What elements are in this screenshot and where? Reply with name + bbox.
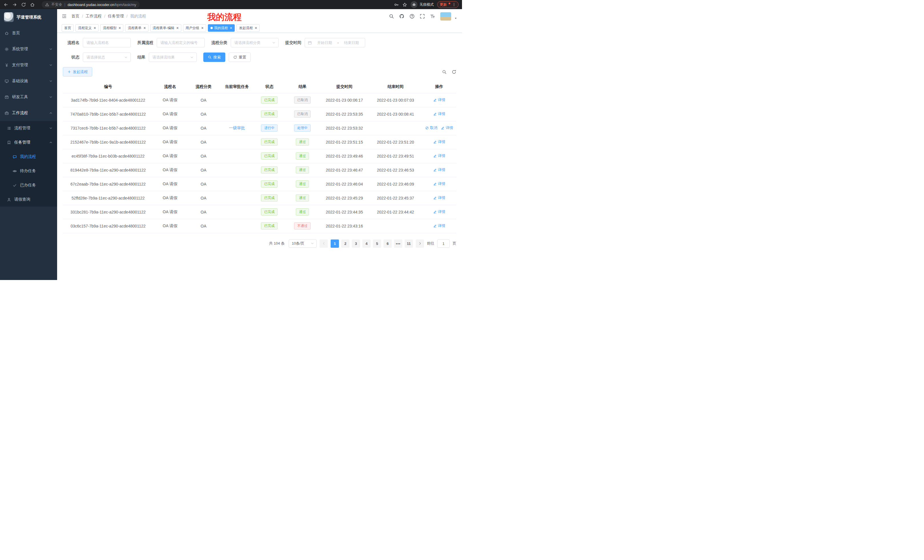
breadcrumb-item[interactable]: 首页 [71,14,80,19]
status-select[interactable]: 请选择状态 [83,52,131,62]
page-button[interactable]: 4 [362,240,370,248]
detail-action-link[interactable]: 详情 [433,181,446,186]
sidebar-item-system[interactable]: 系统管理 [0,41,57,57]
page-button[interactable]: 11 [405,240,413,248]
cell-id: 03c6c157-7b9a-11ec-a290-acde48001122 [63,219,153,233]
sidebar-item-process-mgmt[interactable]: 流程管理 [0,121,57,135]
bookmark-star-icon[interactable] [402,2,407,7]
page-size-select[interactable]: 10条/页 [289,240,316,248]
eye-icon [13,169,17,173]
close-icon[interactable]: × [255,26,257,30]
tab-process-form-edit[interactable]: 流程表单-编辑× [150,24,182,32]
sidebar-item-done-task[interactable]: 已办任务 [0,178,57,192]
detail-action-link[interactable]: 详情 [433,97,446,102]
address-bar[interactable]: 不安全 | dashboard.yudao.iocoder.cn /bpm/ta… [42,1,140,8]
avatar-caret-icon[interactable] [454,16,458,20]
font-size-icon[interactable] [430,14,435,19]
app-logo[interactable]: 芋道管理系统 [0,9,57,25]
browser-back-icon[interactable] [3,2,8,7]
close-icon[interactable]: × [118,26,121,30]
sidebar-item-infrastructure[interactable]: 基础设施 [0,73,57,89]
browser-home-icon[interactable] [30,2,35,7]
close-icon[interactable]: × [94,26,96,30]
cell-current-task [220,219,254,233]
cell-end-time: 2022-01-23 00:07:03 [369,93,422,107]
user-avatar[interactable] [440,12,451,21]
status-tag: 通过 [296,208,309,216]
cell-category: OA [187,219,220,233]
category-select[interactable]: 请选择流程分类 [231,38,279,47]
reset-button[interactable]: 重置 [229,52,251,62]
chevron-down-icon [272,41,276,45]
next-page-button[interactable] [416,240,424,248]
tools-icon [4,95,9,99]
tab-my-process[interactable]: 我的流程× [208,24,235,32]
tab-process-form[interactable]: 流程表单× [125,24,148,32]
close-icon[interactable]: × [143,26,146,30]
tab-home[interactable]: 首页 [62,24,74,32]
detail-action-link[interactable]: 详情 [433,195,446,201]
current-task-link[interactable]: 一级审批 [229,126,245,130]
action-label: 详情 [438,167,446,172]
result-select[interactable]: 请选择流结果 [149,52,197,62]
sidebar-item-devtools[interactable]: 研发工具 [0,89,57,105]
sidebar-item-workflow[interactable]: 工作流程 [0,105,57,121]
cell-category: OA [187,107,220,121]
close-icon[interactable]: × [230,26,232,30]
detail-action-link[interactable]: 详情 [433,223,446,228]
header: 首页/工作流程/任务管理/我的流程 我的流程 [57,9,462,23]
breadcrumb-separator: / [104,14,105,18]
detail-action-link[interactable]: 详情 [433,111,446,117]
browser-menu-icon[interactable] [452,3,456,7]
sidebar-item-home[interactable]: 首页 [0,25,57,41]
sidebar-item-leave-query[interactable]: 请假查询 [0,192,57,207]
search-button[interactable]: 搜索 [203,52,225,62]
sidebar-item-todo-task[interactable]: 待办任务 [0,164,57,178]
sidebar-item-my-process[interactable]: 我的流程 [0,150,57,164]
refresh-table-icon[interactable] [452,70,456,74]
create-process-button[interactable]: 发起流程 [63,67,92,76]
breadcrumb-item[interactable]: 任务管理 [108,14,124,19]
table-row: 3ad174fb-7b9d-11ec-8404-acde48001122OA 请… [63,93,456,107]
page-button[interactable]: 2 [341,240,350,248]
detail-action-link[interactable]: 详情 [433,167,446,172]
help-icon[interactable] [410,14,415,19]
detail-action-link[interactable]: 详情 [433,209,446,214]
sidebar-item-task-mgmt[interactable]: 任务管理 [0,135,57,150]
header-search-icon[interactable] [389,14,394,19]
pager-ellipsis[interactable]: ••• [394,240,402,248]
status-select-placeholder: 请选择状态 [87,55,105,60]
sidebar-menu: 首页系统管理支付管理基础设施研发工具工作流程流程管理任务管理我的流程待办任务已办… [0,25,57,207]
detail-action-link[interactable]: 详情 [433,153,446,159]
github-icon[interactable] [399,14,404,19]
close-icon[interactable]: × [201,26,204,30]
sidebar-item-payment[interactable]: 支付管理 [0,57,57,73]
sidebar-toggle-icon[interactable] [62,14,67,19]
close-icon[interactable]: × [177,26,179,30]
page-button[interactable]: 5 [373,240,381,248]
page-button[interactable]: 1 [331,240,339,248]
date-range-picker[interactable]: 开始日期 - 结束日期 [304,38,365,47]
cancel-action-link[interactable]: 取消 [425,125,438,130]
update-button[interactable]: 更新 [437,1,459,8]
tab-process-model[interactable]: 流程模型× [100,24,123,32]
tab-user-group[interactable]: 用户分组× [183,24,206,32]
page-button[interactable]: 6 [384,240,392,248]
tab-process-definition[interactable]: 流程定义× [75,24,99,32]
tab-start-process[interactable]: 发起流程× [236,24,260,32]
cell-current-task [220,135,254,149]
page-button[interactable]: 3 [352,240,360,248]
key-icon[interactable] [394,2,399,7]
process-name-input[interactable] [83,38,131,47]
prev-page-button[interactable] [320,240,328,248]
fullscreen-icon[interactable] [420,14,425,19]
detail-action-link[interactable]: 详情 [441,125,453,130]
process-id-input[interactable] [157,38,205,47]
detail-action-link[interactable]: 详情 [433,139,446,144]
toggle-search-icon[interactable] [442,70,447,74]
cell-operations: 详情 [422,205,456,219]
breadcrumb-item[interactable]: 工作流程 [86,14,102,19]
browser-forward-icon[interactable] [12,2,17,7]
goto-page-input[interactable] [437,240,450,248]
browser-reload-icon[interactable] [21,2,26,7]
